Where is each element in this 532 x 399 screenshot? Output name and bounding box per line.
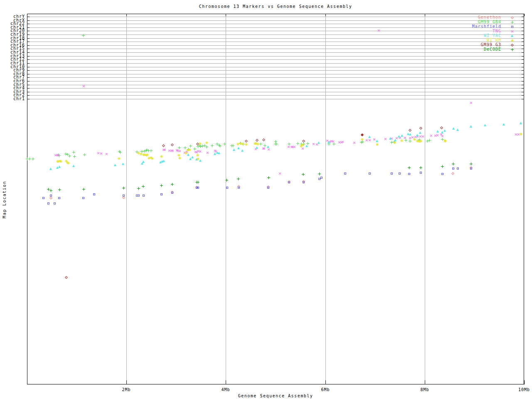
data-point-marker-triangle bbox=[267, 145, 270, 148]
data-point-marker-square-dot bbox=[171, 191, 174, 194]
y-tick-left bbox=[27, 42, 30, 42]
data-point-marker-square-dot bbox=[408, 172, 411, 175]
data-point-marker-triangle bbox=[436, 130, 439, 133]
data-point-marker-plus bbox=[205, 145, 208, 148]
data-point-marker-plus bbox=[318, 172, 321, 175]
data-point-marker-diamond bbox=[65, 276, 68, 279]
data-point-marker-star bbox=[511, 39, 514, 42]
data-point-marker-triangle bbox=[416, 134, 419, 137]
data-point-marker-triangle bbox=[456, 128, 459, 131]
data-point-marker-square-dot bbox=[53, 202, 56, 205]
y-tick-right bbox=[522, 67, 524, 67]
y-tick-right bbox=[522, 59, 524, 60]
data-point-marker-plus bbox=[332, 143, 335, 145]
data-point-marker-triangle bbox=[49, 167, 52, 170]
y-tick-left bbox=[27, 20, 30, 21]
data-point-marker-triangle bbox=[376, 140, 379, 143]
data-point-marker-star bbox=[301, 143, 304, 146]
data-point-marker-x bbox=[470, 101, 473, 104]
y-tick-right bbox=[522, 81, 524, 81]
data-point-marker-triangle bbox=[409, 133, 412, 136]
y-tick-left bbox=[27, 88, 30, 89]
y-tick-right bbox=[522, 42, 524, 42]
legend-label-gm99-gb4: GM99 GB4 bbox=[478, 20, 501, 24]
data-point-marker-plus bbox=[225, 179, 228, 182]
data-point-marker-plus bbox=[404, 139, 407, 142]
legend-label-wi-rh: WI RH bbox=[487, 38, 501, 42]
data-point-marker-square-dot bbox=[160, 193, 163, 196]
data-point-marker-plus bbox=[275, 143, 278, 145]
data-point-marker-square-dot bbox=[511, 25, 514, 28]
data-point-marker-plus bbox=[28, 158, 31, 160]
data-point-marker-triangle bbox=[72, 165, 75, 167]
x-tick-top bbox=[325, 14, 326, 16]
chromosome-label-chr1: chr1 bbox=[0, 97, 25, 101]
data-point-marker-star bbox=[151, 157, 154, 160]
data-point-marker-star bbox=[361, 138, 364, 141]
data-point-marker-plus bbox=[264, 144, 266, 147]
data-point-marker-triangle bbox=[443, 129, 446, 132]
data-point-marker-plus bbox=[211, 144, 214, 147]
y-tick-left bbox=[27, 92, 30, 92]
data-point-marker-diamond bbox=[162, 144, 165, 147]
x-tick-top bbox=[126, 14, 127, 16]
data-point-marker-plus bbox=[73, 155, 76, 158]
y-tick-left bbox=[27, 74, 30, 74]
data-point-marker-plus bbox=[58, 188, 61, 191]
y-tick-left bbox=[27, 81, 30, 81]
data-point-marker-star bbox=[413, 138, 416, 141]
data-point-marker-plus bbox=[137, 187, 140, 190]
data-point-marker-x bbox=[368, 139, 371, 142]
data-point-marker-star bbox=[393, 141, 396, 144]
data-point-marker-x bbox=[199, 150, 202, 153]
data-point-marker-triangle bbox=[520, 122, 522, 125]
data-point-marker-x bbox=[301, 147, 304, 150]
data-point-marker-x bbox=[341, 140, 344, 143]
data-point-marker-x bbox=[377, 29, 380, 32]
data-point-marker-star bbox=[376, 143, 379, 146]
y-tick-right bbox=[522, 52, 524, 53]
data-point-marker-triangle bbox=[199, 159, 202, 162]
data-point-marker-triangle bbox=[389, 137, 392, 140]
data-point-marker-star bbox=[67, 162, 70, 165]
data-point-marker-plus bbox=[441, 165, 444, 168]
data-point-marker-plus bbox=[408, 166, 411, 169]
data-point-marker-square-dot bbox=[122, 194, 125, 197]
x-tick-top bbox=[524, 14, 525, 16]
data-point-marker-star bbox=[400, 139, 403, 142]
data-point-marker-plus bbox=[232, 144, 234, 147]
data-point-marker-star bbox=[59, 160, 62, 163]
y-tick-left bbox=[27, 31, 30, 31]
x-tick-label: 2Mb bbox=[122, 387, 131, 392]
y-tick-left bbox=[27, 95, 30, 96]
data-point-marker-star bbox=[444, 140, 447, 143]
y-tick-right bbox=[522, 27, 524, 28]
data-point-marker-plus bbox=[160, 184, 163, 187]
data-point-marker-square-dot bbox=[470, 167, 473, 170]
data-point-marker-triangle bbox=[401, 134, 404, 137]
data-point-marker-square-dot bbox=[288, 181, 291, 184]
legend-label-decode: DeCODE bbox=[484, 47, 501, 52]
data-point-marker-x bbox=[293, 145, 296, 148]
data-point-marker-plus bbox=[419, 166, 422, 169]
data-point-marker-x bbox=[287, 145, 290, 148]
legend-label-gm99-g3: GM99 G3 bbox=[481, 42, 501, 47]
data-point-marker-triangle bbox=[256, 146, 259, 149]
data-point-marker-star bbox=[196, 154, 199, 157]
data-point-marker-plus bbox=[178, 146, 181, 149]
x-axis-label: Genome Sequence Assembly bbox=[27, 394, 524, 398]
x-tick-label: 4Mb bbox=[221, 387, 230, 392]
data-point-marker-square-dot bbox=[456, 167, 459, 170]
x-tick-bottom bbox=[226, 380, 226, 384]
data-point-marker-triangle bbox=[142, 160, 145, 163]
data-point-marker-star bbox=[118, 157, 121, 160]
data-point-marker-square-dot bbox=[137, 194, 140, 197]
data-point-marker-triangle bbox=[187, 153, 190, 156]
legend-label-tng: TNG bbox=[493, 29, 501, 33]
data-point-marker-star bbox=[160, 155, 163, 158]
y-tick-right bbox=[522, 85, 524, 85]
y-tick-right bbox=[522, 45, 524, 46]
data-point-marker-x bbox=[105, 153, 108, 155]
data-point-marker-square-dot bbox=[398, 172, 401, 175]
y-tick-right bbox=[522, 38, 524, 39]
